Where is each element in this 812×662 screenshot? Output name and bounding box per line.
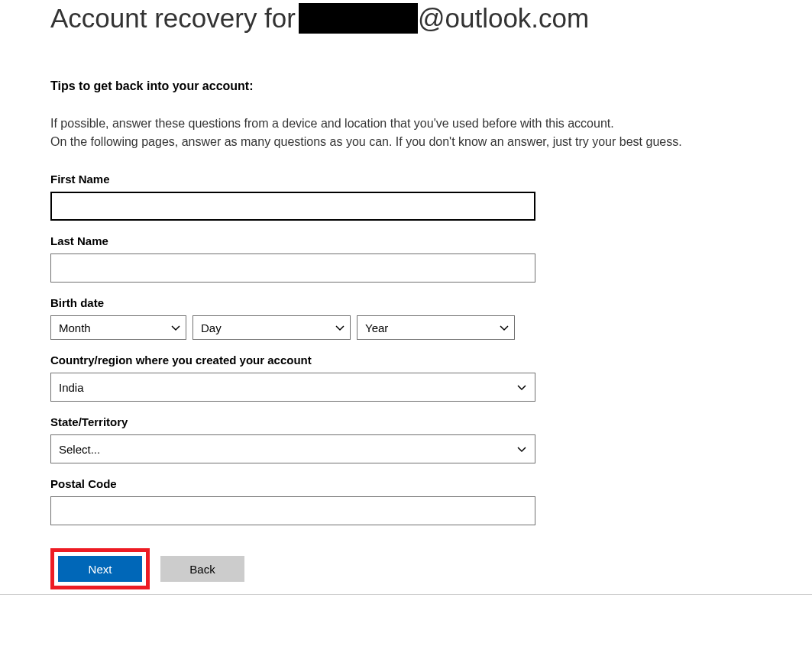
tips-line-1: If possible, answer these questions from… [50,115,762,133]
birth-year-select[interactable]: Year [357,315,515,340]
next-button[interactable]: Next [58,556,142,582]
birth-month-select[interactable]: Month [50,315,186,340]
postal-input[interactable] [50,496,535,525]
birth-date-label: Birth date [50,296,762,309]
next-button-highlight: Next [50,548,150,589]
country-select[interactable]: India [50,373,535,402]
tips-heading: Tips to get back into your account: [50,79,762,93]
back-button[interactable]: Back [160,556,244,582]
email-domain: @outlook.com [418,3,589,34]
tips-line-2: On the following pages, answer as many q… [50,133,762,151]
state-label: State/Territory [50,415,762,428]
tips-body: If possible, answer these questions from… [50,115,762,151]
first-name-input[interactable] [50,192,535,221]
state-select[interactable]: Select... [50,434,535,463]
redacted-username [299,3,418,34]
title-prefix: Account recovery for [50,3,296,34]
country-label: Country/region where you created your ac… [50,354,762,367]
postal-label: Postal Code [50,477,762,490]
birth-day-select[interactable]: Day [192,315,351,340]
first-name-label: First Name [50,173,762,186]
last-name-label: Last Name [50,234,762,247]
page-title: Account recovery for @outlook.com [50,3,762,34]
last-name-input[interactable] [50,253,535,283]
